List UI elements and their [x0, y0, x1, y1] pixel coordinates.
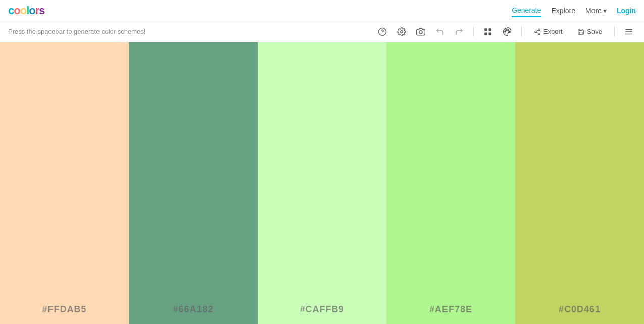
- color-hex-label-0: #FFDAB5: [42, 304, 86, 315]
- separator-3: [614, 27, 615, 37]
- help-icon[interactable]: [375, 25, 389, 39]
- export-label: Export: [543, 28, 563, 35]
- separator-1: [473, 27, 474, 37]
- svg-line-16: [536, 30, 538, 31]
- grid-icon[interactable]: [481, 25, 495, 39]
- camera-icon[interactable]: [414, 25, 428, 39]
- color-panel-4[interactable]: #C0D461: [515, 42, 644, 324]
- color-panel-1[interactable]: #66A182: [129, 42, 258, 324]
- svg-point-13: [535, 31, 537, 33]
- svg-point-3: [419, 30, 422, 33]
- color-panel-0[interactable]: #FFDAB5: [0, 42, 129, 324]
- toolbar-right: Export Save: [375, 25, 636, 39]
- color-hex-label-4: #C0D461: [559, 304, 601, 315]
- save-button[interactable]: Save: [572, 25, 607, 38]
- save-label: Save: [587, 28, 602, 35]
- svg-rect-5: [488, 28, 491, 31]
- toolbar: Press the spacebar to generate color sch…: [0, 21, 644, 42]
- color-hex-label-2: #CAFFB9: [300, 304, 344, 315]
- color-panel-3[interactable]: #AEF78E: [386, 42, 515, 324]
- menu-icon[interactable]: [622, 25, 636, 39]
- nav-more[interactable]: More ▾: [585, 5, 607, 17]
- nav-links: Generate Explore More ▾ Login: [512, 4, 636, 17]
- color-panel-2[interactable]: #CAFFB9: [258, 42, 386, 324]
- svg-rect-6: [484, 32, 487, 35]
- toolbar-hint: Press the spacebar to generate color sch…: [8, 28, 145, 35]
- logo[interactable]: coolors: [8, 4, 45, 17]
- svg-rect-4: [484, 28, 487, 31]
- svg-line-15: [536, 32, 538, 33]
- redo-icon[interactable]: [452, 25, 466, 39]
- svg-point-14: [538, 33, 540, 35]
- svg-point-11: [509, 31, 510, 32]
- color-hex-label-3: #AEF78E: [429, 304, 472, 315]
- svg-point-10: [508, 29, 509, 30]
- undo-icon[interactable]: [433, 25, 447, 39]
- palette-icon[interactable]: [500, 25, 514, 39]
- navbar: coolors Generate Explore More ▾ Login: [0, 0, 644, 21]
- color-palette: #FFDAB5#66A182#CAFFB9#AEF78E#C0D461: [0, 42, 644, 324]
- nav-generate[interactable]: Generate: [512, 4, 541, 17]
- color-hex-label-1: #66A182: [173, 304, 213, 315]
- svg-point-2: [401, 30, 403, 33]
- separator-2: [521, 27, 522, 37]
- svg-point-12: [538, 29, 540, 31]
- svg-rect-7: [488, 32, 491, 35]
- nav-explore[interactable]: Explore: [552, 5, 575, 17]
- settings-icon[interactable]: [394, 25, 409, 39]
- svg-point-8: [505, 31, 506, 32]
- chevron-down-icon: ▾: [603, 7, 607, 15]
- export-button[interactable]: Export: [529, 25, 568, 38]
- login-button[interactable]: Login: [617, 7, 636, 15]
- svg-point-9: [506, 29, 507, 30]
